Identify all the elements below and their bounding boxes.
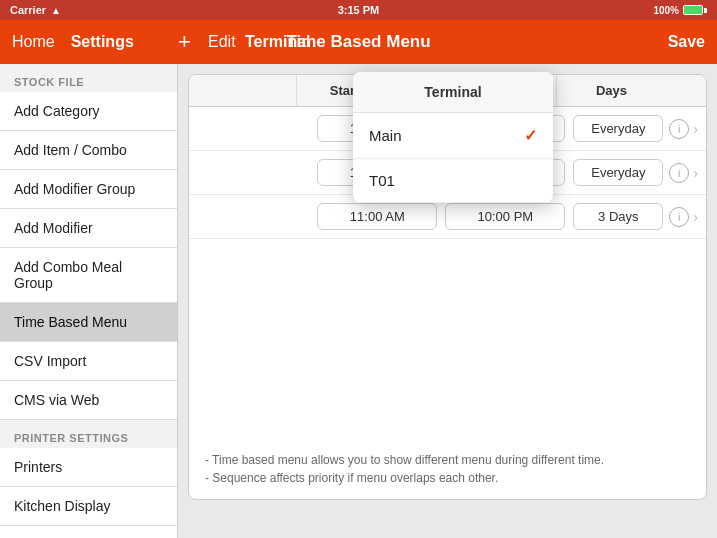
sidebar-item-add-item-combo[interactable]: Add Item / Combo bbox=[0, 131, 177, 170]
sidebar-item-add-category[interactable]: Add Category bbox=[0, 92, 177, 131]
dropdown-item-main-label: Main bbox=[369, 127, 402, 144]
main-layout: STOCK FILE Add Category Add Item / Combo… bbox=[0, 64, 717, 538]
wifi-icon: ▲ bbox=[51, 5, 61, 16]
content-area: Start Time End Time Days 11:00 AM 11:59 … bbox=[178, 64, 717, 538]
printer-section-label: PRINTER SETTINGS bbox=[0, 420, 177, 448]
home-button[interactable]: Home bbox=[12, 33, 55, 51]
status-bar: Carrier ▲ 3:15 PM 100% bbox=[0, 0, 717, 20]
carrier-label: Carrier bbox=[10, 4, 46, 16]
dropdown-item-t01-label: T01 bbox=[369, 172, 395, 189]
settings-button[interactable]: Settings bbox=[71, 33, 134, 51]
dropdown-item-t01[interactable]: T01 bbox=[353, 159, 553, 203]
sidebar-item-kitchen-display[interactable]: Kitchen Display bbox=[0, 487, 177, 526]
terminal-dropdown: Terminal Main ✓ T01 bbox=[353, 72, 553, 203]
sidebar-item-add-combo-meal-group[interactable]: Add Combo Meal Group bbox=[0, 248, 177, 303]
sidebar-item-time-based-menu[interactable]: Time Based Menu bbox=[0, 303, 177, 342]
battery-icon bbox=[683, 5, 707, 15]
sidebar-item-add-modifier-group[interactable]: Add Modifier Group bbox=[0, 170, 177, 209]
sidebar-item-add-modifier[interactable]: Add Modifier bbox=[0, 209, 177, 248]
sidebar: STOCK FILE Add Category Add Item / Combo… bbox=[0, 64, 178, 538]
page-title: Time Based Menu bbox=[286, 32, 430, 52]
save-button[interactable]: Save bbox=[668, 33, 705, 51]
dropdown-check-icon: ✓ bbox=[524, 126, 537, 145]
sidebar-item-cms-via-web[interactable]: CMS via Web bbox=[0, 381, 177, 420]
add-button[interactable]: + bbox=[178, 31, 191, 53]
nav-bar: Home Settings + Edit Terminal Time Based… bbox=[0, 20, 717, 64]
stock-section-label: STOCK FILE bbox=[0, 64, 177, 92]
sidebar-item-csv-import[interactable]: CSV Import bbox=[0, 342, 177, 381]
sidebar-item-print-options[interactable]: Print Options bbox=[0, 526, 177, 538]
battery-label: 100% bbox=[653, 5, 679, 16]
edit-button[interactable]: Edit bbox=[208, 33, 236, 51]
status-time: 3:15 PM bbox=[338, 4, 380, 16]
dropdown-title: Terminal bbox=[353, 72, 553, 113]
sidebar-item-printers[interactable]: Printers bbox=[0, 448, 177, 487]
dropdown-overlay: Terminal Main ✓ T01 bbox=[178, 64, 717, 538]
dropdown-item-main[interactable]: Main ✓ bbox=[353, 113, 553, 159]
